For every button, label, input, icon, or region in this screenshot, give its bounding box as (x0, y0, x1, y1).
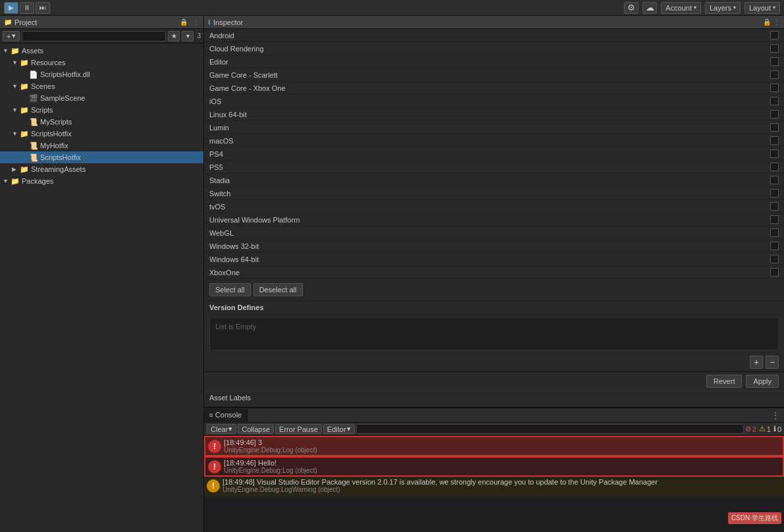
platform-row-linux[interactable]: Linux 64-bit (204, 108, 784, 121)
console-tab-more-button[interactable]: ⋮ (767, 410, 784, 421)
warn-badge-icon: ⚠ (759, 425, 766, 433)
platform-row-uwp[interactable]: Universal Windows Platform (204, 213, 784, 226)
tree-item-resources[interactable]: ▼ 📁 Resources (0, 57, 203, 68)
layers-label: Layers (710, 4, 731, 12)
inspector-menu-button[interactable]: ⋮ (773, 18, 780, 26)
layout-button[interactable]: Layout ▾ (745, 2, 780, 14)
inspector-footer: Revert Apply (204, 371, 784, 390)
platform-editor-checkbox[interactable] (770, 57, 779, 66)
project-add-button[interactable]: + ▾ (3, 31, 20, 41)
play-button[interactable]: ▶ (4, 2, 18, 14)
platform-row-lumin[interactable]: Lumin (204, 121, 784, 134)
assets-arrow-icon: ▼ (3, 47, 11, 54)
platform-switch-checkbox[interactable] (770, 189, 779, 198)
tree-item-myscripts[interactable]: 📜 MyScripts (0, 116, 203, 128)
platform-ios-checkbox[interactable] (770, 97, 779, 105)
platform-row-macos[interactable]: macOS (204, 134, 784, 147)
pause-button[interactable]: ⏸ (20, 2, 34, 14)
account-button[interactable]: Account ▾ (661, 2, 701, 14)
platform-xboxone-checkbox[interactable] (770, 268, 779, 277)
project-fav-button[interactable]: ★ (168, 31, 180, 41)
platform-cloud-rendering-checkbox[interactable] (770, 44, 779, 53)
platform-row-tvos[interactable]: tvOS (204, 200, 784, 213)
tree-item-packages[interactable]: ▼ 📁 Packages (0, 175, 203, 187)
platform-ps4-checkbox[interactable] (770, 149, 779, 158)
select-all-button[interactable]: Select all (209, 283, 251, 296)
tree-item-samplescene[interactable]: 🎬 SampleScene (0, 92, 203, 104)
editor-filter-button[interactable]: Editor ▾ (323, 424, 355, 434)
platform-lumin-checkbox[interactable] (770, 123, 779, 132)
platform-row-android[interactable]: Android (204, 29, 784, 42)
tree-item-scriptshotfix-folder[interactable]: ▼ 📁 ScriptsHotfix (0, 128, 203, 140)
platform-row-gamecore-xboxone[interactable]: Game Core - Xbox One (204, 82, 784, 95)
inspector-lock-button[interactable]: 🔒 (763, 18, 771, 26)
project-panel: 📁 Project 🔒 ⋮ + ▾ ★ ▾ 3 ▼ 📁 Assets (0, 16, 204, 532)
platform-row-win32[interactable]: Windows 32-bit (204, 240, 784, 253)
collapse-button[interactable]: Collapse (238, 424, 274, 434)
tree-item-scenes[interactable]: ▼ 📁 Scenes (0, 80, 203, 92)
platform-row-switch[interactable]: Switch (204, 187, 784, 200)
platform-linux-checkbox[interactable] (770, 110, 779, 119)
layers-button[interactable]: Layers ▾ (705, 2, 741, 14)
platform-ps5-checkbox[interactable] (770, 163, 779, 171)
layout-label: Layout (749, 4, 771, 12)
msg-line2-1: UnityEngine.Debug:Log (object) (224, 467, 780, 474)
assets-label: Assets (22, 47, 43, 55)
step-button[interactable]: ⏭ (36, 2, 50, 14)
platform-row-ps4[interactable]: PS4 (204, 147, 784, 161)
platform-tvos-checkbox[interactable] (770, 202, 779, 211)
tree-item-assets[interactable]: ▼ 📁 Assets (0, 45, 203, 57)
platform-row-ps5[interactable]: PS5 (204, 161, 784, 174)
scriptshotfix-label: ScriptsHotfix (40, 153, 81, 161)
apply-button[interactable]: Apply (746, 375, 779, 388)
myscripts-label: MyScripts (40, 118, 72, 126)
version-defines-add-button[interactable]: + (750, 356, 763, 369)
project-filter-button[interactable]: ▾ (182, 31, 194, 41)
platform-row-cloud-rendering[interactable]: Cloud Rendering (204, 42, 784, 55)
console-msg-1[interactable]: ! [18:49:46] Hello! UnityEngine.Debug:Lo… (204, 456, 784, 477)
project-lock-button[interactable]: 🔒 (180, 18, 188, 26)
collab-button[interactable]: ⚙ (624, 2, 639, 14)
platform-row-stadia[interactable]: Stadia (204, 174, 784, 187)
platform-lumin-label: Lumin (209, 124, 770, 132)
platform-stadia-checkbox[interactable] (770, 176, 779, 184)
scenes-label: Scenes (31, 82, 55, 90)
tree-item-scriptshotfix[interactable]: 📜 ScriptsHotfix (0, 151, 203, 163)
platform-android-checkbox[interactable] (770, 31, 779, 40)
clear-button[interactable]: Clear ▾ (207, 424, 236, 434)
tree-item-myhotfix[interactable]: 📜 MyHotfix (0, 140, 203, 151)
platform-row-ios[interactable]: iOS (204, 95, 784, 108)
platform-uwp-checkbox[interactable] (770, 215, 779, 224)
tree-item-scriptshotfix-dll[interactable]: 📄 ScriptsHotfix.dll (0, 68, 203, 80)
warn-badge: ⚠ 1 (759, 425, 771, 433)
platform-win32-checkbox[interactable] (770, 242, 779, 250)
project-panel-title: Project (14, 18, 37, 26)
platform-macos-checkbox[interactable] (770, 136, 779, 145)
error-badge: ⊘ 2 (745, 425, 756, 433)
platform-win64-checkbox[interactable] (770, 255, 779, 263)
platform-row-gamecore-scarlett[interactable]: Game Core - Scarlett (204, 68, 784, 82)
tree-item-streaming-assets[interactable]: ▶ 📁 StreamingAssets (0, 163, 203, 175)
platform-row-webgl[interactable]: WebGL (204, 226, 784, 240)
deselect-all-button[interactable]: Deselect all (253, 283, 303, 296)
clear-label: Clear (211, 425, 228, 433)
cloud-button[interactable]: ☁ (642, 2, 657, 14)
project-search-input[interactable] (22, 31, 166, 41)
revert-button[interactable]: Revert (706, 375, 742, 388)
console-msg-0[interactable]: ! [18:49:46] 3 UnityEngine.Debug:Log (ob… (204, 436, 784, 456)
error-pause-button[interactable]: Error Pause (275, 424, 322, 434)
console-search-input[interactable] (356, 424, 744, 434)
project-menu-button[interactable]: ⋮ (193, 18, 199, 26)
platform-row-xboxone[interactable]: XboxOne (204, 266, 784, 279)
console-tab[interactable]: ≡ Console (204, 409, 248, 423)
platform-row-win64[interactable]: Windows 64-bit (204, 253, 784, 266)
platform-gamecore-xboxone-checkbox[interactable] (770, 84, 779, 92)
platform-gamecore-scarlett-checkbox[interactable] (770, 70, 779, 79)
platform-row-editor[interactable]: Editor (204, 55, 784, 68)
platform-webgl-checkbox[interactable] (770, 228, 779, 237)
console-msg-2[interactable]: ! [18:49:48] Visual Studio Editor Packag… (204, 477, 784, 496)
account-label: Account (666, 4, 692, 12)
version-defines-remove-button[interactable]: − (766, 356, 779, 369)
error-badge-icon: ⊘ (745, 425, 751, 433)
tree-item-scripts[interactable]: ▼ 📁 Scripts (0, 104, 203, 116)
